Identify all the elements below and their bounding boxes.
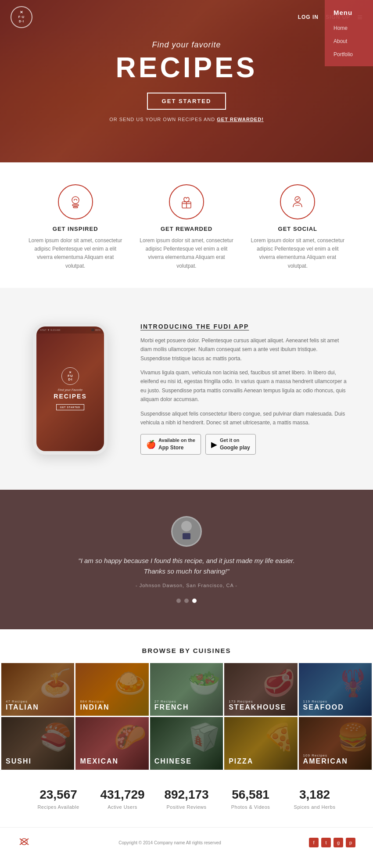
rewarded-icon: [169, 184, 204, 219]
social-google[interactable]: g: [334, 838, 343, 847]
stat-photos-label: Photos & Videos: [219, 804, 283, 810]
indian-name: INDIAN: [80, 703, 109, 711]
dot-2[interactable]: [184, 599, 189, 603]
stat-spices: 3,182 Spices and Herbs: [283, 788, 347, 810]
dot-3[interactable]: [192, 599, 197, 603]
cuisine-french[interactable]: 27 Recipes FRENCH: [150, 663, 223, 716]
footer-social: f t g p: [309, 838, 355, 847]
get-rewarded-link[interactable]: GET REWARDED!: [217, 117, 264, 122]
app-store-text: Available on the App Store: [158, 437, 195, 451]
rewarded-title: GET REWARDED: [138, 226, 235, 232]
menu-item-portfolio[interactable]: Portfolio: [325, 48, 373, 61]
phone-title: RECIPES: [54, 393, 86, 400]
inspired-desc: Lorem ipsum dolor sit amet, consectetur …: [27, 237, 124, 270]
menu-item-about[interactable]: About: [325, 35, 373, 48]
sushi-name: SUSHI: [6, 757, 32, 765]
stat-recipes: 23,567 Recipes Available: [26, 788, 90, 810]
hero-subtitle: Find your favorite: [109, 40, 264, 50]
google-play-badge[interactable]: ▶ Get it on Google play: [205, 434, 256, 454]
apple-icon: 🍎: [146, 440, 156, 449]
stats-section: 23,567 Recipes Available 431,729 Active …: [0, 770, 373, 827]
app-para-3: Suspendisse aliquet felis consectetur li…: [140, 409, 347, 427]
site-footer: Copyright © 2014 Company name All rights…: [0, 827, 373, 858]
app-store-badge[interactable]: 🍎 Available on the App Store: [140, 434, 201, 454]
american-info: 109 Recipes AMERICAN: [303, 753, 348, 765]
feature-inspired: GET INSPIRED Lorem ipsum dolor sit amet,…: [27, 184, 124, 270]
phone-cta: GET STARTED: [56, 404, 84, 410]
feature-rewarded: GET REWARDED Lorem ipsum dolor sit amet,…: [138, 184, 235, 270]
phone-logo: ✕F·UD·I: [61, 367, 79, 385]
social-pinterest[interactable]: p: [346, 838, 355, 847]
dot-1[interactable]: [176, 599, 181, 603]
italian-name: ITALIAN: [6, 703, 39, 711]
phone-screen: AT&T ▼ 9:23 AM ⬛ 86% ✕F·UD·I Find your F…: [36, 326, 104, 451]
site-logo: ✕F·UD·I: [11, 6, 32, 28]
italian-count: 47 Recipes: [6, 699, 39, 703]
browse-title: BROWSE BY CUISINES: [0, 647, 373, 654]
stat-reviews-number: 892,173: [154, 788, 219, 802]
hero-section: ✕F·UD·I LOG IN SIGN UP ≡ Menu Home About…: [0, 0, 373, 162]
chinese-name: CHINESE: [154, 757, 192, 765]
social-desc: Lorem ipsum dolor sit amet, consectetur …: [249, 237, 346, 270]
svg-point-4: [76, 200, 77, 201]
side-menu: Menu Home About Portfolio: [325, 0, 373, 66]
cuisine-chinese[interactable]: CHINESE: [150, 717, 223, 770]
google-play-text: Get it on Google play: [220, 437, 250, 451]
chinese-info: CHINESE: [154, 757, 192, 765]
menu-item-home[interactable]: Home: [325, 22, 373, 35]
app-section: AT&T ▼ 9:23 AM ⬛ 86% ✕F·UD·I Find your F…: [0, 288, 373, 490]
cuisine-grid: 47 Recipes ITALIAN 884 Recipes INDIAN 27…: [0, 663, 373, 770]
testimonial-avatar: [171, 516, 202, 547]
stat-photos: 56,581 Photos & Videos: [219, 788, 283, 810]
american-name: AMERICAN: [303, 757, 348, 765]
cuisine-mexican[interactable]: MEXICAN: [75, 717, 148, 770]
feature-social: GET SOCIAL Lorem ipsum dolor sit amet, c…: [249, 184, 346, 270]
site-header: ✕F·UD·I LOG IN SIGN UP ≡: [0, 0, 373, 34]
french-count: 27 Recipes: [154, 699, 189, 703]
seafood-name: SEAFOOD: [303, 703, 344, 711]
get-started-button[interactable]: GET STARTED: [147, 93, 226, 110]
svg-rect-2: [73, 207, 78, 208]
stat-spices-number: 3,182: [283, 788, 347, 802]
sushi-info: SUSHI: [6, 757, 32, 765]
stat-users: 431,729 Active Users: [90, 788, 154, 810]
mexican-info: MEXICAN: [80, 757, 118, 765]
social-icon: [280, 184, 315, 219]
stat-users-label: Active Users: [90, 804, 154, 810]
inspired-icon: [58, 184, 93, 219]
cuisine-sushi[interactable]: SUSHI: [1, 717, 74, 770]
hero-content: Find your favorite RECIPES GET STARTED O…: [109, 40, 264, 122]
phone-subtitle: Find your Favorite: [58, 388, 82, 391]
app-section-title: INTRODUCING THE FUDI APP: [140, 323, 347, 330]
inspired-title: GET INSPIRED: [27, 226, 124, 232]
french-name: FRENCH: [154, 703, 189, 711]
svg-point-0: [72, 197, 79, 204]
testimonial-author: - Johnson Dawson, San Francisco, CA -: [18, 583, 355, 588]
cuisine-italian[interactable]: 47 Recipes ITALIAN: [1, 663, 74, 716]
login-link[interactable]: LOG IN: [298, 14, 319, 20]
cuisine-indian[interactable]: 884 Recipes INDIAN: [75, 663, 148, 716]
testimonial-quote: "I am so happy because I found this reci…: [72, 556, 301, 577]
stat-reviews: 892,173 Positive Reviews: [154, 788, 219, 810]
cuisine-pizza[interactable]: PIZZA: [224, 717, 297, 770]
cuisine-seafood[interactable]: 119 Recipes SEAFOOD: [299, 663, 372, 716]
svg-point-3: [74, 200, 75, 201]
browse-section: BROWSE BY CUISINES 47 Recipes ITALIAN 88…: [0, 629, 373, 770]
cuisine-steakhouse[interactable]: 173 Recipes STEAKHOUSE: [224, 663, 297, 716]
french-info: 27 Recipes FRENCH: [154, 699, 189, 711]
app-content: INTRODUCING THE FUDI APP Morbi eget posu…: [140, 323, 347, 455]
phone-mockup: AT&T ▼ 9:23 AM ⬛ 86% ✕F·UD·I Find your F…: [26, 314, 114, 463]
stat-users-number: 431,729: [90, 788, 154, 802]
social-twitter[interactable]: t: [321, 838, 331, 847]
svg-point-7: [181, 521, 192, 531]
italian-info: 47 Recipes ITALIAN: [6, 699, 39, 711]
steakhouse-count: 173 Recipes: [229, 699, 286, 703]
stat-reviews-label: Positive Reviews: [154, 804, 219, 810]
social-facebook[interactable]: f: [309, 838, 319, 847]
seafood-count: 119 Recipes: [303, 699, 344, 703]
social-title: GET SOCIAL: [249, 226, 346, 232]
cuisine-american[interactable]: 109 Recipes AMERICAN: [299, 717, 372, 770]
steakhouse-info: 173 Recipes STEAKHOUSE: [229, 699, 286, 711]
seafood-info: 119 Recipes SEAFOOD: [303, 699, 344, 711]
google-play-icon: ▶: [211, 440, 217, 449]
